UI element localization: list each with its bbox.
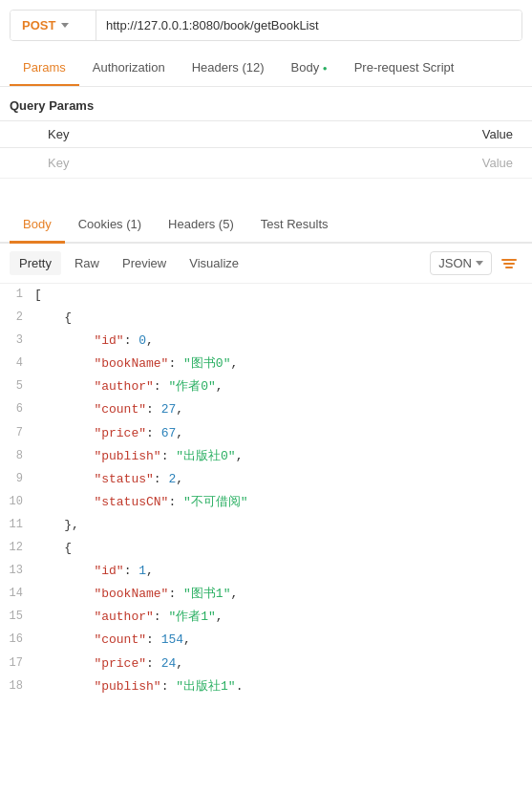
punct-token: : [124,333,139,348]
code-line: 7 "price": 67, [0,422,532,445]
line-number: 5 [0,376,34,396]
param-value-input[interactable]: Value [238,148,532,179]
punct-token: : [146,402,161,417]
line-content: "bookName": "图书1", [34,584,532,605]
bracket-token: }, [34,518,79,532]
line-number: 18 [0,676,34,696]
line-number: 6 [0,399,34,418]
fmt-pretty[interactable]: Pretty [10,251,61,275]
punct-token: : [124,564,139,578]
punct-token: : [168,356,183,371]
code-line: 9 "status": 2, [0,468,532,491]
line-content: "price": 24, [34,653,532,674]
param-key-input[interactable]: Key [38,148,238,179]
line-content: "id": 1, [34,561,532,582]
tab-body[interactable]: Body ● [278,51,341,86]
line-number: 2 [0,308,34,327]
punct-token: , [176,472,183,486]
punct-token: , [176,402,183,417]
key-token: "publish" [34,449,161,463]
col-key: Key [38,121,238,148]
code-line: 13 "id": 1, [0,560,532,583]
punct-token: , [146,333,154,348]
param-checkbox [0,148,38,179]
code-line: 11 }, [0,514,532,537]
str-token: "出版社0" [176,449,235,463]
punct-token: , [176,656,183,671]
resp-tab-testresults[interactable]: Test Results [247,207,342,244]
str-token: "不可借阅" [183,495,248,509]
punct-token: , [230,587,238,601]
code-line: 5 "author": "作者0", [0,375,532,398]
key-token: "publish" [34,679,161,694]
method-label: POST [22,18,55,32]
key-token: "bookName" [34,587,168,601]
code-line: 4 "bookName": "图书0", [0,353,532,375]
request-tabs: Params Authorization Headers (12) Body ●… [0,51,532,87]
code-line: 10 "statusCN": "不可借阅" [0,491,532,514]
num-token: 67 [161,426,177,440]
key-token: "id" [34,564,124,578]
punct-token: , [176,426,183,440]
resp-tab-cookies[interactable]: Cookies (1) [65,207,155,244]
filter-lines-icon [501,259,517,268]
tab-headers[interactable]: Headers (12) [179,51,278,86]
fmt-raw[interactable]: Raw [65,251,109,275]
punct-token: : [154,379,169,394]
response-tabs: Body Cookies (1) Headers (5) Test Result… [0,207,532,244]
line-content: "author": "作者1", [34,607,532,628]
fmt-visualize[interactable]: Visualize [180,251,248,275]
punct-token: : [154,610,169,624]
line-content: "id": 0, [34,331,532,352]
line-number: 10 [0,492,34,511]
format-row: Pretty Raw Preview Visualize JSON [0,244,532,284]
response-section: Body Cookies (1) Headers (5) Test Result… [0,207,532,698]
code-line: 14 "bookName": "图书1", [0,583,532,606]
method-select[interactable]: POST [11,11,96,40]
filter-button[interactable] [496,255,522,272]
key-token: "id" [34,333,124,348]
line-number: 16 [0,630,34,649]
code-line: 2 { [0,307,532,330]
punct-token: , [216,379,223,394]
url-input[interactable] [96,11,521,40]
json-format-select[interactable]: JSON [430,251,492,275]
punct-token: . [236,679,244,694]
line-content: "author": "作者0", [34,376,532,397]
tab-authorization[interactable]: Authorization [79,51,179,86]
key-token: "count" [34,402,146,417]
line-number: 13 [0,561,34,580]
line-number: 7 [0,423,34,442]
punct-token: : [154,472,169,486]
punct-token: , [216,610,223,624]
code-line: 3 "id": 0, [0,330,532,353]
punct-token: : [146,426,161,440]
code-line: 8 "publish": "出版社0", [0,445,532,468]
line-content: { [34,308,532,329]
code-line: 18 "publish": "出版社1". [0,675,532,698]
line-content: "status": 2, [34,469,532,490]
line-content: [ [34,285,532,306]
punct-token: , [230,356,238,371]
resp-tab-body[interactable]: Body [10,207,65,244]
tab-params[interactable]: Params [10,51,79,86]
str-token: "作者0" [168,379,215,394]
request-bar: POST [10,10,522,41]
bracket-token: [ [34,288,42,302]
tab-prerequest[interactable]: Pre-request Script [341,51,468,86]
code-line: 1[ [0,284,532,307]
fmt-preview[interactable]: Preview [113,251,176,275]
key-token: "price" [34,426,146,440]
param-row-empty: Key Value [0,148,532,179]
resp-tab-headers[interactable]: Headers (5) [155,207,247,244]
key-token: "price" [34,656,146,671]
line-content: }, [34,515,532,536]
key-token: "author" [34,379,154,394]
line-content: { [34,538,532,559]
code-line: 12 { [0,537,532,560]
punct-token: : [146,632,161,647]
code-line: 6 "count": 27, [0,398,532,421]
num-token: 1 [138,564,146,578]
line-content: "bookName": "图书0", [34,353,532,375]
code-line: 16 "count": 154, [0,629,532,652]
